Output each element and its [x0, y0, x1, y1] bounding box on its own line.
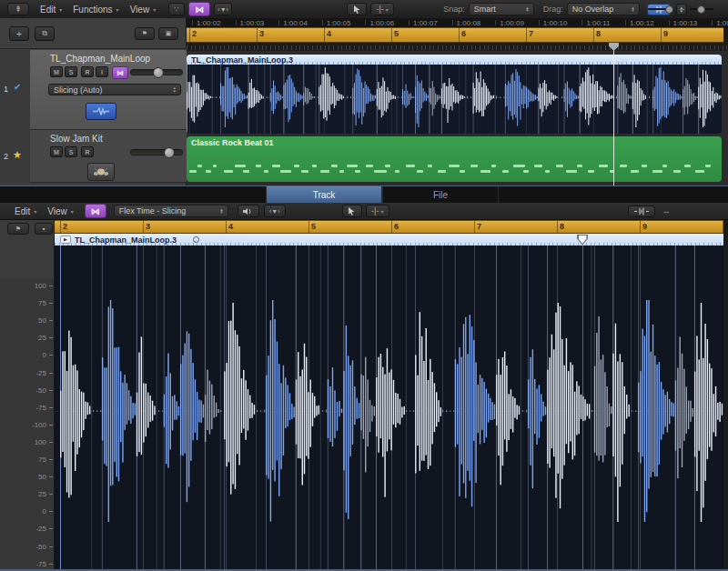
- input-monitor-button[interactable]: I: [96, 66, 108, 77]
- bar-number: 4: [327, 29, 331, 38]
- bar-number: 9: [642, 222, 647, 231]
- filter-icon[interactable]: ‹▼›: [214, 3, 232, 15]
- menu-view[interactable]: View▾: [125, 3, 162, 15]
- track-row-2[interactable]: 2 ★ Slow Jam Kit M S R: [0, 130, 187, 183]
- secondary-tool-button[interactable]: -|-▾: [370, 3, 394, 15]
- scale-tick: [49, 337, 53, 338]
- bar-line: [391, 221, 392, 233]
- track-zoom-preset-button[interactable]: ⚑: [135, 27, 155, 40]
- mute-button[interactable]: M: [50, 146, 63, 157]
- playhead-line[interactable]: [613, 43, 614, 185]
- track-name[interactable]: Slow Jam Kit: [50, 134, 103, 144]
- loop-circle-icon[interactable]: [193, 236, 199, 243]
- editor-menu-view[interactable]: View▾: [42, 205, 79, 217]
- midi-note: [395, 170, 399, 173]
- midi-note: [599, 165, 608, 167]
- midi-note: [705, 165, 711, 167]
- editor-region-strip[interactable]: ▶ TL_Chapman_MainLoop.3: [55, 234, 723, 245]
- vzoom-slider-thumb[interactable]: [665, 5, 673, 14]
- scale-label: -25: [35, 369, 46, 377]
- track-hide-button[interactable]: ▣: [158, 27, 178, 40]
- bar-number: 8: [560, 222, 564, 231]
- volume-slider-knob[interactable]: [153, 67, 164, 78]
- bar-number: 5: [311, 222, 316, 231]
- flex-mode-dropdown[interactable]: Flex Time - Slicing▴▾: [114, 205, 228, 217]
- volume-slider-knob[interactable]: [164, 147, 175, 158]
- pointer-tool-button[interactable]: [347, 3, 367, 15]
- midi-note: [417, 170, 423, 173]
- time-label: 1:00:04: [283, 19, 308, 27]
- volume-slider[interactable]: [130, 149, 183, 155]
- time-ruler[interactable]: 1:00:011:00:021:00:031:00:041:00:051:00:…: [187, 18, 728, 27]
- editor-pointer-tool[interactable]: [342, 205, 362, 217]
- solo-button[interactable]: S: [65, 146, 77, 157]
- scale-label: 0: [43, 351, 46, 359]
- solo-button[interactable]: S: [65, 66, 77, 77]
- editor-left-panel: ⚑ ▾ 1007550250-25-50-75-1001007550250-25…: [0, 220, 55, 571]
- tab-track[interactable]: Track: [266, 186, 382, 203]
- record-button[interactable]: R: [81, 66, 94, 77]
- track-check-badge[interactable]: ✔: [14, 82, 21, 92]
- audio-region-header[interactable]: TL_Chapman_MainLoop.3: [187, 55, 722, 65]
- track-name[interactable]: TL_Chapman_MainLoop: [50, 54, 150, 64]
- editor-waveform-area[interactable]: [55, 245, 723, 570]
- tab-file[interactable]: File: [382, 186, 499, 203]
- midi-note: [620, 165, 627, 167]
- scale-label: 50: [38, 316, 46, 325]
- flex-icon[interactable]: ⋈: [188, 2, 210, 16]
- midi-note: [588, 170, 594, 173]
- scale-label: 0: [43, 507, 46, 516]
- midi-note: [355, 170, 360, 173]
- midi-note: [673, 170, 681, 173]
- track-icon-drumkit[interactable]: [87, 163, 115, 181]
- editor-waveform-zoom-button[interactable]: [628, 205, 655, 217]
- time-tick: [712, 20, 713, 25]
- time-tick: [452, 20, 453, 25]
- track-star-badge[interactable]: ★: [13, 149, 22, 161]
- drag-dropdown[interactable]: No Overlap▴▾: [567, 3, 640, 15]
- editor-bar-ruler[interactable]: 234567891: [55, 220, 723, 234]
- track-flex-icon[interactable]: ⋈: [112, 66, 128, 79]
- scale-label: -25: [35, 525, 46, 533]
- time-tick: [409, 20, 410, 25]
- main-menubar: ⇞ Edit▾ Functions▾ View▾ ∵ ⋈ ‹▼› -|-▾ Sn…: [0, 0, 728, 19]
- link-button[interactable]: ▾: [35, 223, 53, 235]
- bar-number: 6: [461, 29, 466, 38]
- editor-menu-edit[interactable]: Edit▾: [9, 205, 42, 217]
- prelisten-button[interactable]: [238, 205, 259, 217]
- snap-dropdown[interactable]: Smart▴▾: [469, 3, 534, 15]
- midi-note: [294, 165, 299, 167]
- menu-edit[interactable]: Edit▾: [35, 3, 67, 15]
- scale-label: 100: [35, 438, 46, 446]
- track-row-1[interactable]: 1 ✔ TL_Chapman_MainLoop M S R I ⋈ Slicin…: [0, 50, 187, 130]
- zoom-dots-icon[interactable]: ∵: [168, 3, 185, 15]
- time-tick: [539, 20, 540, 25]
- time-tick: [192, 20, 193, 25]
- bar-line: [257, 28, 258, 42]
- flex-mode-dropdown[interactable]: Slicing (Auto)▴▾: [48, 84, 181, 95]
- mute-button[interactable]: M: [50, 66, 63, 77]
- record-button[interactable]: R: [81, 146, 94, 157]
- audio-wave-icon: [92, 107, 110, 115]
- editor-filter-icon[interactable]: ‹▼›: [264, 205, 286, 217]
- add-track-button[interactable]: +: [9, 26, 29, 41]
- bar-ruler[interactable]: 23456789: [187, 27, 723, 43]
- midi-region[interactable]: Classic Rock Beat 01: [187, 136, 722, 182]
- editor-flex-icon[interactable]: ⋈: [85, 204, 106, 218]
- audio-region[interactable]: TL_Chapman_MainLoop.3: [187, 55, 722, 134]
- scale-tick: [49, 390, 53, 391]
- duplicate-track-button[interactable]: ⧉: [35, 26, 55, 41]
- midi-note: [460, 170, 465, 173]
- scale-label: 100: [35, 282, 46, 290]
- catch-playhead-button[interactable]: ⚑: [7, 223, 29, 235]
- editor-secondary-tool[interactable]: -|-▾: [366, 205, 389, 217]
- scale-label: -50: [35, 543, 46, 551]
- menu-functions[interactable]: Functions▾: [67, 3, 124, 15]
- hzoom-slider-thumb[interactable]: [697, 5, 705, 14]
- midi-note: [347, 165, 358, 167]
- scale-tick: [49, 459, 53, 460]
- hierarchy-up-button[interactable]: ⇞: [7, 3, 29, 15]
- scale-label: -50: [35, 386, 46, 395]
- track-icon-audio[interactable]: [86, 103, 116, 120]
- ruler-tick-strip: [187, 43, 728, 51]
